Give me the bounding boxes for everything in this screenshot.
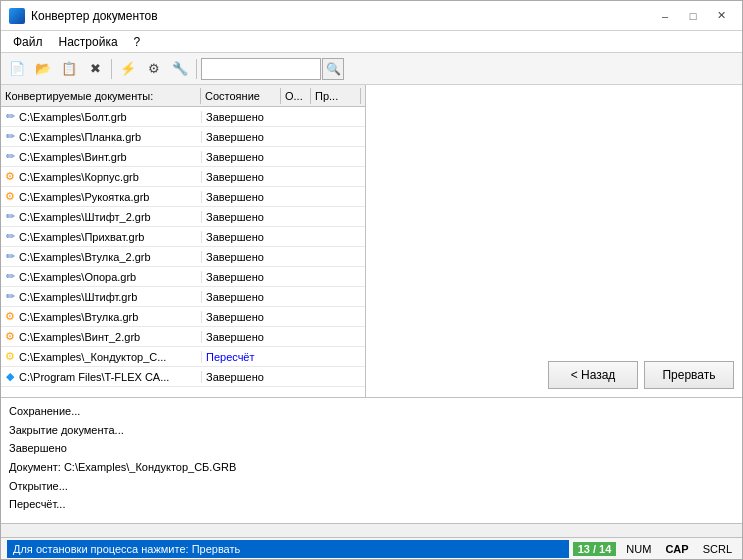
num-indicator: NUM: [622, 542, 655, 556]
content-area: Конвертируемые документы: Состояние О...…: [1, 85, 742, 537]
table-row[interactable]: ✏C:\Examples\Опора.grbЗавершено: [1, 267, 365, 287]
doc-row-name: C:\Examples\Втулка.grb: [19, 311, 201, 323]
header-status: Состояние: [201, 88, 281, 104]
cap-indicator: CAP: [661, 542, 692, 556]
doc-row-name: C:\Examples\Корпус.grb: [19, 171, 201, 183]
right-panel: < Назад Прервать: [366, 85, 742, 397]
log-horizontal-scrollbar[interactable]: [1, 523, 742, 537]
doc-row-icon: ⚙: [1, 188, 19, 206]
hscroll-track: [1, 524, 742, 537]
doc-row-icon: ⚙: [1, 348, 19, 366]
doc-row-status: Завершено: [201, 131, 281, 143]
toolbar-open-button[interactable]: 📂: [31, 57, 55, 81]
doc-row-name: C:\Program Files\T-FLEX CA...: [19, 371, 201, 383]
table-row[interactable]: ⚙C:\Examples\Втулка.grbЗавершено: [1, 307, 365, 327]
doc-row-name: C:\Examples\_Кондуктор_С...: [19, 351, 201, 363]
log-text-area: Сохранение...Закрытие документа...Заверш…: [1, 398, 742, 523]
menu-settings[interactable]: Настройка: [51, 33, 126, 51]
table-row[interactable]: ⚙C:\Examples\Рукоятка.grbЗавершено: [1, 187, 365, 207]
list-item: Пересчёт...: [9, 495, 734, 514]
doc-row-status: Завершено: [201, 111, 281, 123]
doc-row-name: C:\Examples\Рукоятка.grb: [19, 191, 201, 203]
progress-badge: 13 / 14: [573, 542, 617, 556]
doc-row-name: C:\Examples\Штифт.grb: [19, 291, 201, 303]
minimize-button[interactable]: –: [652, 6, 678, 26]
doc-row-icon: ✏: [1, 208, 19, 226]
toolbar-options-button[interactable]: 🔧: [168, 57, 192, 81]
search-input[interactable]: [201, 58, 321, 80]
toolbar-recent-button[interactable]: 📋: [57, 57, 81, 81]
toolbar-convert-button[interactable]: ⚡: [116, 57, 140, 81]
window-controls: – □ ✕: [652, 6, 734, 26]
log-scroll-container: Сохранение...Закрытие документа...Заверш…: [1, 398, 742, 523]
list-item: Документ: C:\Examples\_Кондуктор_СБ.GRB: [9, 458, 734, 477]
scrl-indicator: SCRL: [699, 542, 736, 556]
toolbar-new-button[interactable]: 📄: [5, 57, 29, 81]
doc-row-status: Завершено: [201, 291, 281, 303]
list-item: Открытие...: [9, 477, 734, 496]
status-indicators: 13 / 14 NUM CAP SCRL: [573, 542, 736, 556]
menu-bar: Файл Настройка ?: [1, 31, 742, 53]
doc-row-status: Завершено: [201, 231, 281, 243]
doc-row-icon: ✏: [1, 148, 19, 166]
table-row[interactable]: ✏C:\Examples\Втулка_2.grbЗавершено: [1, 247, 365, 267]
doc-row-name: C:\Examples\Прихват.grb: [19, 231, 201, 243]
doc-row-name: C:\Examples\Втулка_2.grb: [19, 251, 201, 263]
search-button[interactable]: 🔍: [322, 58, 344, 80]
table-row[interactable]: ⚙C:\Examples\Винт_2.grbЗавершено: [1, 327, 365, 347]
doc-row-icon: ✏: [1, 248, 19, 266]
doc-row-icon: ✏: [1, 288, 19, 306]
table-row[interactable]: ✏C:\Examples\Болт.grbЗавершено: [1, 107, 365, 127]
window-title: Конвертер документов: [31, 9, 652, 23]
doc-row-icon: ⚙: [1, 308, 19, 326]
table-row[interactable]: ◆C:\Program Files\T-FLEX CA...Завершено: [1, 367, 365, 387]
table-row[interactable]: ✏C:\Examples\Штифт_2.grbЗавершено: [1, 207, 365, 227]
doc-row-name: C:\Examples\Опора.grb: [19, 271, 201, 283]
table-row[interactable]: ✏C:\Examples\Винт.grbЗавершено: [1, 147, 365, 167]
doc-row-name: C:\Examples\Винт_2.grb: [19, 331, 201, 343]
table-row[interactable]: ✏C:\Examples\Штифт.grbЗавершено: [1, 287, 365, 307]
doc-row-status: Завершено: [201, 251, 281, 263]
list-item: Сохранение...: [9, 402, 734, 421]
doc-row-icon: ✏: [1, 228, 19, 246]
menu-file[interactable]: Файл: [5, 33, 51, 51]
document-list: ✏C:\Examples\Болт.grbЗавершено✏C:\Exampl…: [1, 107, 365, 397]
doc-row-icon: ✏: [1, 128, 19, 146]
doc-row-icon: ⚙: [1, 328, 19, 346]
stop-button[interactable]: Прервать: [644, 361, 734, 389]
status-hint: Для остановки процесса нажмите: Прервать: [7, 540, 569, 558]
toolbar-settings-button[interactable]: ⚙: [142, 57, 166, 81]
doc-row-status: Завершено: [201, 211, 281, 223]
back-button[interactable]: < Назад: [548, 361, 638, 389]
table-row[interactable]: ✏C:\Examples\Прихват.grbЗавершено: [1, 227, 365, 247]
toolbar: 📄 📂 📋 ✖ ⚡ ⚙ 🔧 🔍: [1, 53, 742, 85]
doc-row-icon: ⚙: [1, 168, 19, 186]
action-buttons: < Назад Прервать: [548, 361, 734, 389]
doc-row-name: C:\Examples\Штифт_2.grb: [19, 211, 201, 223]
doc-row-status: Завершено: [201, 311, 281, 323]
toolbar-delete-button[interactable]: ✖: [83, 57, 107, 81]
doc-row-status: Пересчёт: [201, 351, 281, 363]
table-row[interactable]: ⚙C:\Examples\Корпус.grbЗавершено: [1, 167, 365, 187]
toolbar-separator-1: [111, 59, 112, 79]
maximize-button[interactable]: □: [680, 6, 706, 26]
doc-row-status: Завершено: [201, 151, 281, 163]
header-doc: Конвертируемые документы:: [1, 88, 201, 104]
middle-section: Конвертируемые документы: Состояние О...…: [1, 85, 742, 397]
doc-row-status: Завершено: [201, 171, 281, 183]
status-bar: Для остановки процесса нажмите: Прервать…: [1, 537, 742, 559]
table-row[interactable]: ✏C:\Examples\Планка.grbЗавершено: [1, 127, 365, 147]
table-row[interactable]: ⚙C:\Examples\_Кондуктор_С...Пересчёт: [1, 347, 365, 367]
log-section: Сохранение...Закрытие документа...Заверш…: [1, 397, 742, 537]
left-panel: Конвертируемые документы: Состояние О...…: [1, 85, 366, 397]
close-button[interactable]: ✕: [708, 6, 734, 26]
list-item: Завершено: [9, 439, 734, 458]
doc-row-status: Завершено: [201, 371, 281, 383]
doc-row-name: C:\Examples\Винт.grb: [19, 151, 201, 163]
header-o: О...: [281, 88, 311, 104]
doc-row-icon: ✏: [1, 108, 19, 126]
menu-help[interactable]: ?: [126, 33, 149, 51]
app-icon: [9, 8, 25, 24]
doc-row-icon: ✏: [1, 268, 19, 286]
doc-row-name: C:\Examples\Планка.grb: [19, 131, 201, 143]
